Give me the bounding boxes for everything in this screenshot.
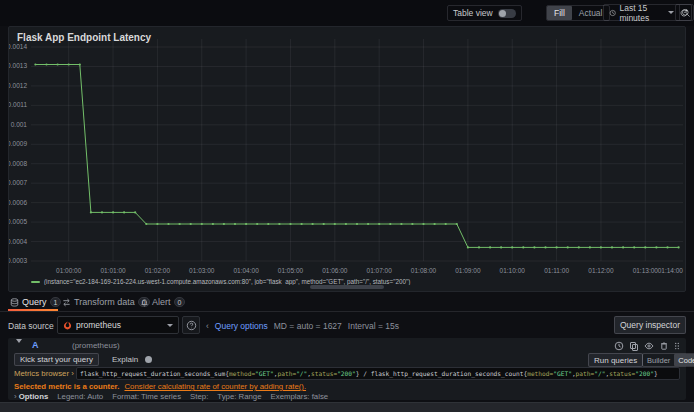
- svg-text:01:12:00: 01:12:00: [588, 267, 614, 274]
- svg-text:0.0009: 0.0009: [9, 140, 27, 147]
- svg-text:01:02:00: 01:02:00: [145, 267, 171, 274]
- legend-series-label: (instance="ec2-184-169-216-224.us-west-1…: [44, 278, 410, 285]
- query-options-toggle[interactable]: Query options: [215, 321, 268, 331]
- question-circle-icon: [186, 320, 197, 331]
- tab-query-label: Query: [22, 297, 47, 307]
- svg-text:0.0003: 0.0003: [9, 257, 27, 264]
- tab-query-count: 1: [50, 297, 62, 307]
- svg-text:0.0005: 0.0005: [9, 218, 27, 225]
- datasource-label: Data source: [8, 321, 54, 331]
- chevron-right-icon: ‹: [206, 321, 209, 331]
- svg-text:01:01:00: 01:01:00: [100, 267, 126, 274]
- query-options-summary-row: › Options Legend: Auto Format: Time seri…: [14, 392, 328, 401]
- code-button[interactable]: Code: [674, 354, 694, 366]
- options-toggle[interactable]: › Options: [14, 392, 48, 401]
- chevron-down-icon: [668, 11, 674, 14]
- svg-text:01:08:00: 01:08:00: [411, 267, 437, 274]
- latency-chart[interactable]: 0.00030.00040.00050.00060.00070.00080.00…: [9, 27, 687, 277]
- svg-text:0.0012: 0.0012: [9, 82, 27, 89]
- chevron-right-icon: ›: [71, 369, 74, 378]
- interval-summary: Interval = 15s: [348, 321, 399, 331]
- svg-text:01:00:00: 01:00:00: [56, 267, 82, 274]
- metrics-browser-toggle[interactable]: Metrics browser ›: [14, 369, 74, 378]
- svg-text:0.0014: 0.0014: [9, 43, 27, 50]
- option-step: Step:: [190, 392, 208, 401]
- query-ref-id: A: [32, 340, 39, 350]
- query-row-card: A (prometheus) Kick start your query Exp…: [8, 338, 686, 400]
- refresh-button[interactable]: [675, 4, 692, 21]
- chevron-down-icon: [167, 324, 173, 327]
- option-type: Type: Range: [217, 392, 261, 401]
- tab-transform-data[interactable]: Transform data 0: [62, 294, 150, 310]
- tab-query[interactable]: Query 1: [10, 294, 61, 310]
- builder-code-segmented: Builder Code: [642, 353, 694, 367]
- transform-icon: [62, 298, 71, 307]
- datasource-value: prometheus: [76, 320, 159, 330]
- option-legend: Legend: Auto: [57, 392, 103, 401]
- explain-label: Explain: [112, 355, 138, 364]
- legend-series-color: [31, 281, 40, 283]
- prometheus-icon: [63, 321, 72, 330]
- legend-row[interactable]: (instance="ec2-184-169-216-224.us-west-1…: [31, 278, 671, 285]
- tab-alert[interactable]: Alert 0: [140, 294, 185, 310]
- svg-text:0.0007: 0.0007: [9, 179, 27, 186]
- tabs-divider: [0, 311, 694, 312]
- pane-resize-handle[interactable]: [310, 285, 384, 289]
- svg-text:01:11:00: 01:11:00: [544, 267, 569, 274]
- table-view-toggle[interactable]: Table view: [447, 5, 522, 21]
- panel-edit-toolbar: Table view Fill Actual Last 15 minutes: [0, 0, 694, 26]
- kick-start-query-button[interactable]: Kick start your query: [14, 353, 99, 366]
- svg-text:01:07:00: 01:07:00: [367, 267, 393, 274]
- clock-icon: [609, 8, 616, 18]
- tab-transform-label: Transform data: [74, 297, 135, 307]
- table-view-switch[interactable]: [498, 9, 516, 18]
- svg-text:01:04:00: 01:04:00: [233, 267, 259, 274]
- svg-text:01:10:00: 01:10:00: [500, 267, 526, 274]
- svg-text:01:03:00: 01:03:00: [189, 267, 215, 274]
- latency-panel: Flask App Endpoint Latency 0.00030.00040…: [8, 26, 686, 292]
- refresh-icon: [679, 8, 689, 18]
- time-range-picker[interactable]: Last 15 minutes: [604, 5, 679, 20]
- svg-text:0.0011: 0.0011: [9, 101, 27, 108]
- run-queries-button[interactable]: Run queries: [588, 353, 643, 367]
- svg-text:0.001: 0.001: [11, 121, 28, 128]
- copy-icon[interactable]: [629, 341, 639, 351]
- svg-text:01:05:00: 01:05:00: [278, 267, 304, 274]
- warning-text: Selected metric is a counter.: [14, 382, 119, 391]
- tab-alert-count: 0: [174, 297, 186, 307]
- drag-handle-icon[interactable]: [674, 341, 680, 351]
- builder-button[interactable]: Builder: [643, 354, 674, 366]
- query-datasource-hint: (prometheus): [72, 341, 120, 350]
- svg-text:0.0004: 0.0004: [9, 238, 27, 245]
- max-data-points-summary: MD = auto = 1627: [274, 321, 342, 331]
- svg-text:01:09:00: 01:09:00: [455, 267, 481, 274]
- fill-actual-segmented: Fill Actual: [546, 5, 610, 21]
- svg-text:0.0006: 0.0006: [9, 199, 27, 206]
- warning-rate-link[interactable]: Consider calculating rate of counter by …: [124, 382, 306, 391]
- option-exemplars: Exemplars: false: [271, 392, 329, 401]
- svg-text:01:13:00: 01:13:00: [633, 267, 659, 274]
- query-expression[interactable]: flask_http_request_duration_seconds_sum{…: [76, 367, 680, 380]
- datasource-help-button[interactable]: [182, 316, 200, 334]
- svg-text:0.0008: 0.0008: [9, 160, 27, 167]
- fill-button[interactable]: Fill: [547, 6, 572, 20]
- time-range-label: Last 15 minutes: [619, 3, 664, 23]
- bell-icon: [140, 298, 149, 307]
- tab-alert-label: Alert: [152, 297, 171, 307]
- trash-icon[interactable]: [659, 341, 669, 351]
- eye-icon[interactable]: [644, 341, 654, 351]
- svg-text:01:14:00: 01:14:00: [658, 267, 684, 274]
- counter-warning: Selected metric is a counter. Consider c…: [14, 382, 306, 391]
- query-inspector-button[interactable]: Query inspector: [614, 316, 686, 334]
- table-view-label: Table view: [448, 8, 498, 18]
- bottom-pane-edge: [0, 402, 694, 412]
- database-icon: [10, 298, 19, 307]
- datasource-picker[interactable]: prometheus: [57, 316, 179, 334]
- svg-text:01:06:00: 01:06:00: [322, 267, 348, 274]
- option-format: Format: Time series: [112, 392, 181, 401]
- svg-text:0.0013: 0.0013: [9, 62, 27, 69]
- history-icon[interactable]: [614, 341, 624, 351]
